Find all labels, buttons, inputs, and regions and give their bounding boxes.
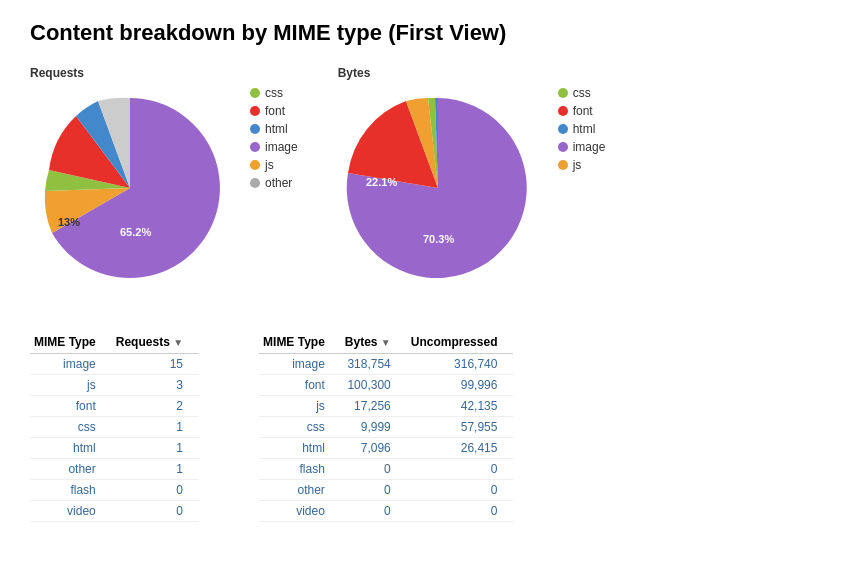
uncompressed-cell: 99,996 <box>407 375 514 396</box>
mime-type-cell: js <box>259 396 341 417</box>
mime-type-cell: other <box>259 480 341 501</box>
legend-js-label: js <box>265 158 274 172</box>
mime-type-cell: html <box>259 438 341 459</box>
bytes-cell: 0 <box>341 480 407 501</box>
table-row: other 1 <box>30 459 199 480</box>
bytes-cell: 100,300 <box>341 375 407 396</box>
requests-legend: css font html image js other <box>250 66 298 190</box>
bytes-cell: 0 <box>341 459 407 480</box>
bytes-cell: 7,096 <box>341 438 407 459</box>
mime-type-cell: html <box>30 438 112 459</box>
bytes-table-container: MIME Type Bytes ▼ Uncompressed image 318… <box>259 331 513 522</box>
svg-text:70.3%: 70.3% <box>423 233 454 245</box>
requests-cell: 3 <box>112 375 199 396</box>
requests-pie-chart: 65.2% 13% <box>30 88 230 291</box>
uncompressed-cell: 316,740 <box>407 354 514 375</box>
bytes-image-dot <box>558 142 568 152</box>
mime-type-cell: js <box>30 375 112 396</box>
table-row: flash 0 0 <box>259 459 513 480</box>
svg-text:65.2%: 65.2% <box>120 226 151 238</box>
tables-row: MIME Type Requests ▼ image 15 js 3 font … <box>30 331 820 522</box>
bytes-css-dot <box>558 88 568 98</box>
html-dot <box>250 124 260 134</box>
bytes-cell: 9,999 <box>341 417 407 438</box>
bytes-col-mime: MIME Type <box>259 331 341 354</box>
bytes-legend-item-font: font <box>558 104 606 118</box>
table-row: html 1 <box>30 438 199 459</box>
requests-cell: 1 <box>112 459 199 480</box>
bytes-font-dot <box>558 106 568 116</box>
mime-type-cell: css <box>259 417 341 438</box>
svg-text:22.1%: 22.1% <box>366 176 397 188</box>
table-row: css 9,999 57,955 <box>259 417 513 438</box>
other-dot <box>250 178 260 188</box>
requests-cell: 1 <box>112 438 199 459</box>
mime-type-cell: video <box>30 501 112 522</box>
legend-item-other: other <box>250 176 298 190</box>
mime-type-cell: font <box>30 396 112 417</box>
bytes-legend-item-html: html <box>558 122 606 136</box>
legend-item-html: html <box>250 122 298 136</box>
mime-type-cell: css <box>30 417 112 438</box>
requests-cell: 1 <box>112 417 199 438</box>
requests-cell: 0 <box>112 480 199 501</box>
uncompressed-cell: 0 <box>407 459 514 480</box>
page-title: Content breakdown by MIME type (First Vi… <box>30 20 820 46</box>
svg-text:13%: 13% <box>58 216 80 228</box>
mime-type-cell: other <box>30 459 112 480</box>
bytes-legend: css font html image js <box>558 66 606 172</box>
bytes-legend-html-label: html <box>573 122 596 136</box>
bytes-cell: 0 <box>341 501 407 522</box>
uncompressed-cell: 0 <box>407 501 514 522</box>
requests-cell: 2 <box>112 396 199 417</box>
requests-chart-label: Requests <box>30 66 230 80</box>
mime-type-cell: video <box>259 501 341 522</box>
mime-type-cell: image <box>30 354 112 375</box>
requests-cell: 15 <box>112 354 199 375</box>
bytes-pie-chart: 70.3% 22.1% <box>338 88 538 291</box>
css-dot <box>250 88 260 98</box>
requests-sort-arrow: ▼ <box>173 337 183 348</box>
table-row: html 7,096 26,415 <box>259 438 513 459</box>
legend-item-js: js <box>250 158 298 172</box>
table-row: font 2 <box>30 396 199 417</box>
bytes-cell: 318,754 <box>341 354 407 375</box>
table-row: flash 0 <box>30 480 199 501</box>
table-row: video 0 0 <box>259 501 513 522</box>
js-dot <box>250 160 260 170</box>
table-row: video 0 <box>30 501 199 522</box>
legend-item-css: css <box>250 86 298 100</box>
bytes-cell: 17,256 <box>341 396 407 417</box>
bytes-legend-item-js: js <box>558 158 606 172</box>
legend-font-label: font <box>265 104 285 118</box>
legend-css-label: css <box>265 86 283 100</box>
font-dot <box>250 106 260 116</box>
requests-col-requests[interactable]: Requests ▼ <box>112 331 199 354</box>
legend-item-font: font <box>250 104 298 118</box>
bytes-legend-js-label: js <box>573 158 582 172</box>
bytes-sort-arrow: ▼ <box>381 337 391 348</box>
legend-image-label: image <box>265 140 298 154</box>
mime-type-cell: flash <box>259 459 341 480</box>
bytes-html-dot <box>558 124 568 134</box>
uncompressed-cell: 57,955 <box>407 417 514 438</box>
uncompressed-cell: 42,135 <box>407 396 514 417</box>
requests-table-container: MIME Type Requests ▼ image 15 js 3 font … <box>30 331 199 522</box>
mime-type-cell: image <box>259 354 341 375</box>
table-row: js 3 <box>30 375 199 396</box>
table-row: other 0 0 <box>259 480 513 501</box>
requests-col-mime: MIME Type <box>30 331 112 354</box>
bytes-col-bytes[interactable]: Bytes ▼ <box>341 331 407 354</box>
bytes-js-dot <box>558 160 568 170</box>
requests-table: MIME Type Requests ▼ image 15 js 3 font … <box>30 331 199 522</box>
bytes-table: MIME Type Bytes ▼ Uncompressed image 318… <box>259 331 513 522</box>
mime-type-cell: flash <box>30 480 112 501</box>
bytes-legend-item-css: css <box>558 86 606 100</box>
table-row: image 318,754 316,740 <box>259 354 513 375</box>
table-row: image 15 <box>30 354 199 375</box>
image-dot <box>250 142 260 152</box>
legend-other-label: other <box>265 176 292 190</box>
bytes-chart-label: Bytes <box>338 66 538 80</box>
mime-type-cell: font <box>259 375 341 396</box>
table-row: font 100,300 99,996 <box>259 375 513 396</box>
